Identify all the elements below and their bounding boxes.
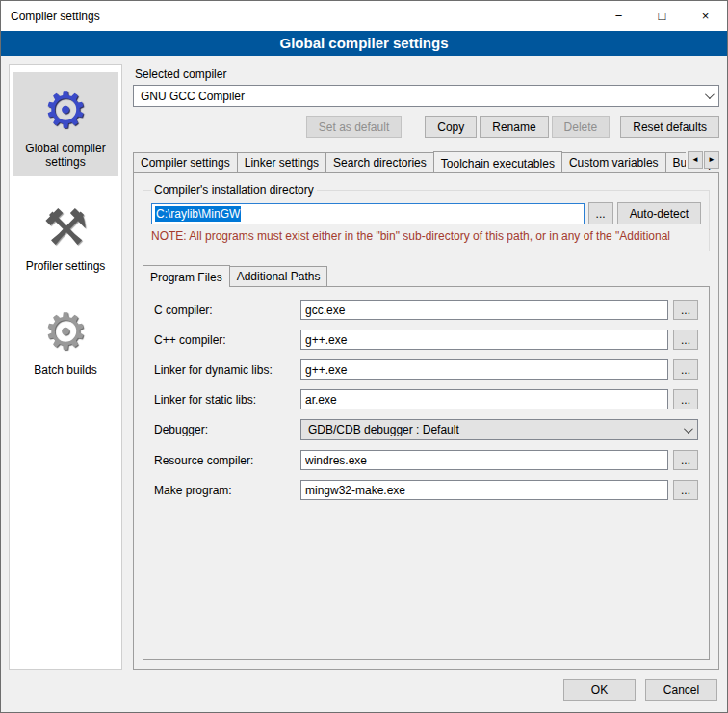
sidebar-item-label: Profiler settings — [14, 259, 117, 273]
main-panel: Selected compiler GNU GCC Compiler Set a… — [133, 64, 719, 670]
gear-blue-icon: ⚙ — [14, 78, 117, 142]
tab-toolchain-executables[interactable]: Toolchain executables — [433, 151, 562, 172]
cpp-compiler-browse-button[interactable]: ... — [673, 330, 698, 350]
sidebar-item-label: Batch builds — [14, 363, 117, 377]
static-linker-row: Linker for static libs: ... — [154, 389, 698, 409]
make-program-browse-button[interactable]: ... — [673, 480, 698, 500]
chevron-down-icon — [705, 90, 715, 99]
static-linker-browse-button[interactable]: ... — [673, 389, 698, 409]
static-linker-input[interactable] — [300, 389, 668, 409]
tab-bar: Compiler settings Linker settings Search… — [133, 150, 719, 172]
tabs-strip: Compiler settings Linker settings Search… — [133, 151, 719, 172]
close-button[interactable]: × — [684, 1, 727, 31]
debugger-label: Debugger: — [154, 423, 300, 436]
sidebar: ⚙ Global compiler settings ⚒ Profiler se… — [9, 64, 122, 670]
c-compiler-input[interactable] — [300, 300, 668, 320]
tab-linker-settings[interactable]: Linker settings — [237, 152, 326, 172]
subtab-additional-paths[interactable]: Additional Paths — [229, 266, 328, 286]
page-title: Global compiler settings — [1, 31, 727, 56]
rename-button[interactable]: Rename — [480, 116, 548, 138]
set-as-default-button[interactable]: Set as default — [306, 116, 402, 138]
tab-search-directories[interactable]: Search directories — [325, 152, 434, 172]
maximize-icon: □ — [659, 9, 666, 23]
sidebar-item-profiler-settings[interactable]: ⚒ Profiler settings — [13, 190, 118, 280]
debugger-select-value: GDB/CDB debugger : Default — [308, 423, 459, 436]
dialog-footer: OK Cancel — [1, 675, 727, 712]
installation-directory-row: C:\raylib\MinGW ... Auto-detect — [151, 202, 701, 224]
delete-button[interactable]: Delete — [552, 116, 611, 138]
c-compiler-row: C compiler: ... — [154, 300, 698, 320]
minimize-button[interactable]: − — [597, 1, 640, 31]
debugger-row: Debugger: GDB/CDB debugger : Default — [154, 419, 698, 440]
hammer-icon: ⚒ — [14, 196, 117, 259]
reset-defaults-button[interactable]: Reset defaults — [620, 116, 719, 138]
program-files-page: C compiler: ... C++ compiler: ... Linker… — [143, 286, 710, 660]
cancel-button[interactable]: Cancel — [645, 679, 717, 701]
make-program-input[interactable] — [300, 480, 668, 500]
chevron-down-icon — [684, 424, 693, 434]
resource-compiler-input[interactable] — [300, 450, 668, 470]
tab-scroll-right-icon[interactable]: ► — [704, 151, 719, 169]
auto-detect-button[interactable]: Auto-detect — [617, 202, 701, 224]
sidebar-item-label: Global compiler settings — [14, 142, 117, 169]
dynamic-linker-row: Linker for dynamic libs: ... — [154, 359, 698, 380]
compiler-settings-window: Compiler settings − □ × Global compiler … — [0, 0, 728, 713]
install-dir-browse-button[interactable]: ... — [588, 202, 613, 224]
cpp-compiler-row: C++ compiler: ... — [154, 330, 698, 350]
subtab-program-files[interactable]: Program Files — [143, 265, 230, 287]
compiler-actions: Set as default Copy Rename Delete Reset … — [133, 116, 719, 138]
ok-button[interactable]: OK — [563, 679, 636, 701]
dynamic-linker-browse-button[interactable]: ... — [673, 359, 698, 380]
copy-button[interactable]: Copy — [425, 116, 477, 138]
installation-directory-group: Compiler's installation directory C:\ray… — [143, 183, 710, 251]
maximize-button[interactable]: □ — [640, 1, 684, 31]
subtab-bar: Program Files Additional Paths — [143, 265, 710, 286]
install-dir-input[interactable]: C:\raylib\MinGW — [151, 203, 585, 224]
cpp-compiler-label: C++ compiler: — [154, 333, 300, 347]
resource-compiler-row: Resource compiler: ... — [154, 450, 698, 470]
gear-gray-icon: ⚙ — [14, 300, 117, 363]
c-compiler-label: C compiler: — [154, 304, 300, 317]
dynamic-linker-label: Linker for dynamic libs: — [154, 363, 300, 377]
tab-custom-variables[interactable]: Custom variables — [561, 152, 666, 172]
debugger-select[interactable]: GDB/CDB debugger : Default — [300, 419, 698, 440]
sidebar-item-batch-builds[interactable]: ⚙ Batch builds — [13, 294, 118, 384]
minimize-icon: − — [615, 9, 623, 23]
window-controls: − □ × — [597, 1, 727, 31]
sidebar-item-global-compiler-settings[interactable]: ⚙ Global compiler settings — [13, 72, 118, 176]
resource-compiler-browse-button[interactable]: ... — [673, 450, 698, 470]
dynamic-linker-input[interactable] — [300, 359, 668, 380]
resource-compiler-label: Resource compiler: — [154, 454, 300, 467]
install-dir-value: C:\raylib\MinGW — [155, 206, 241, 222]
tab-scroll-controls: ◄ ► — [686, 151, 719, 169]
static-linker-label: Linker for static libs: — [154, 393, 300, 407]
installation-directory-label: Compiler's installation directory — [151, 183, 317, 197]
window-title: Compiler settings — [11, 10, 597, 23]
tab-compiler-settings[interactable]: Compiler settings — [133, 152, 238, 172]
compiler-select-value: GNU GCC Compiler — [141, 90, 245, 103]
tab-scroll-left-icon[interactable]: ◄ — [688, 151, 703, 169]
toolchain-executables-page: Compiler's installation directory C:\ray… — [133, 172, 719, 670]
titlebar: Compiler settings − □ × — [1, 1, 727, 31]
make-program-label: Make program: — [154, 484, 300, 497]
close-icon: × — [702, 9, 710, 23]
selected-compiler-label: Selected compiler — [135, 67, 719, 81]
cpp-compiler-input[interactable] — [300, 330, 668, 350]
make-program-row: Make program: ... — [154, 480, 698, 500]
dialog-body: ⚙ Global compiler settings ⚒ Profiler se… — [1, 56, 727, 675]
c-compiler-browse-button[interactable]: ... — [673, 300, 698, 320]
install-dir-note: NOTE: All programs must exist either in … — [151, 229, 701, 243]
compiler-select[interactable]: GNU GCC Compiler — [133, 85, 719, 107]
